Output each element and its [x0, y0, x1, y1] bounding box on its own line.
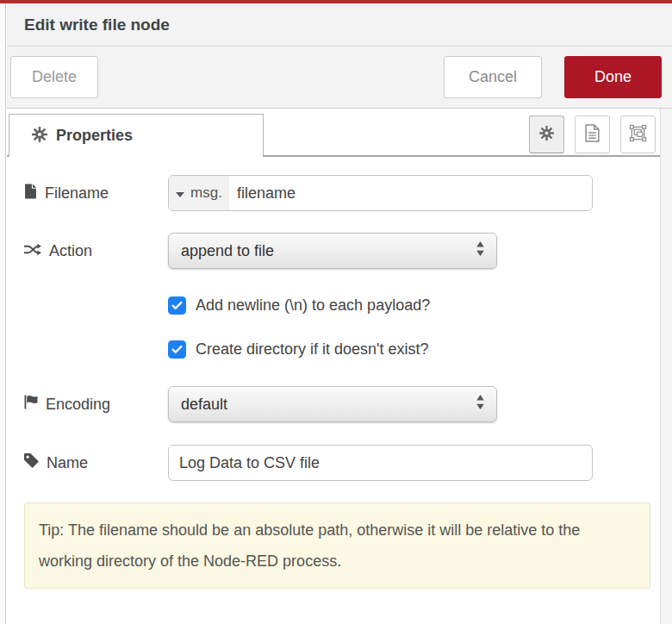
tray-resize-edge[interactable]	[0, 3, 6, 624]
file-icon	[24, 184, 37, 203]
filename-label: Filename	[24, 184, 168, 203]
name-input[interactable]	[168, 445, 593, 481]
action-select[interactable]: append to file	[168, 233, 497, 269]
delete-button[interactable]: Delete	[10, 56, 98, 98]
encoding-selected-value: default	[181, 396, 227, 414]
newline-checkbox-label[interactable]: Add newline (\n) to each payload?	[196, 296, 430, 315]
tab-bar: Properties	[7, 109, 672, 157]
scrollbar-track[interactable]	[660, 109, 672, 624]
createdir-checkbox-row: Create directory if it doesn't exist?	[24, 340, 672, 359]
gear-icon	[32, 127, 47, 146]
createdir-checkbox[interactable]	[168, 340, 186, 359]
createdir-checkbox-label[interactable]: Create directory if it doesn't exist?	[196, 340, 429, 359]
check-icon	[171, 298, 183, 314]
filename-typed-input: msg.	[168, 175, 593, 211]
tip-text: Tip: The filename should be an absolute …	[39, 521, 580, 570]
description-tab-button[interactable]	[575, 115, 610, 153]
filename-input[interactable]	[229, 176, 592, 210]
tip-box: Tip: The filename should be an absolute …	[24, 502, 650, 589]
gear-icon	[539, 126, 554, 144]
check-icon	[171, 342, 183, 358]
appearance-icon	[629, 124, 647, 146]
edit-node-dialog: Edit write file node Delete Cancel Done	[7, 3, 672, 624]
dialog-header: Edit write file node	[7, 3, 672, 47]
encoding-select[interactable]: default	[168, 386, 497, 422]
select-spinner-icon	[476, 241, 485, 260]
select-spinner-icon	[476, 395, 485, 414]
flag-icon	[24, 395, 38, 414]
document-icon	[585, 124, 600, 146]
action-row: Action append to file	[24, 233, 672, 269]
chevron-down-icon	[176, 184, 184, 202]
name-label: Name	[24, 453, 168, 472]
tab-properties-label: Properties	[56, 127, 133, 145]
node-properties-form: Filename msg.	[7, 157, 672, 589]
cancel-button[interactable]: Cancel	[444, 56, 542, 98]
shuffle-icon	[24, 242, 41, 260]
filename-type-select[interactable]: msg.	[169, 176, 229, 210]
encoding-row: Encoding default	[24, 386, 672, 422]
filename-row: Filename msg.	[24, 175, 672, 211]
action-label: Action	[24, 242, 168, 260]
tag-icon	[24, 453, 39, 472]
newline-checkbox[interactable]	[168, 296, 186, 315]
name-row: Name	[24, 445, 672, 481]
done-button[interactable]: Done	[564, 56, 662, 98]
encoding-label: Encoding	[24, 395, 168, 414]
properties-tab-button[interactable]	[529, 115, 564, 153]
filename-type-prefix: msg.	[190, 184, 222, 202]
tab-icon-buttons	[529, 115, 656, 153]
tab-properties[interactable]: Properties	[9, 114, 264, 157]
dialog-action-bar: Delete Cancel Done	[7, 47, 672, 109]
dialog-content: Properties	[7, 109, 672, 624]
action-selected-value: append to file	[181, 242, 274, 260]
dialog-title: Edit write file node	[24, 16, 170, 34]
newline-checkbox-row: Add newline (\n) to each payload?	[24, 296, 672, 315]
appearance-tab-button[interactable]	[620, 115, 656, 153]
